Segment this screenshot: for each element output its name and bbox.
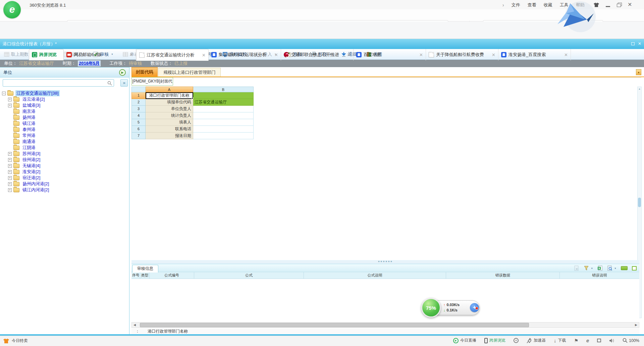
cell-b7[interactable]: [193, 133, 254, 139]
tree-item[interactable]: +镇江内河港[2]: [0, 187, 129, 193]
tree-item[interactable]: 镇江港: [0, 120, 129, 127]
cell-b4[interactable]: [193, 112, 254, 119]
cell-a2[interactable]: 填报单位代码: [146, 99, 193, 106]
col-formula-no[interactable]: 公式编号: [150, 272, 194, 279]
tree-item[interactable]: 南京港: [0, 108, 129, 114]
tab-container-rail-water[interactable]: 集装箱铁水联运现状分析 ✕: [209, 49, 281, 60]
tree-item[interactable]: 江阴港: [0, 145, 129, 151]
download-item[interactable]: ↓下载: [554, 338, 566, 343]
cell-a7[interactable]: 报送日期: [146, 133, 193, 139]
preview-icon[interactable]: [607, 265, 612, 271]
col-error-data[interactable]: 错误数据: [446, 272, 560, 279]
cell-b3[interactable]: [193, 106, 254, 112]
restore-icon[interactable]: [617, 4, 621, 7]
expand-box-icon[interactable]: +: [8, 176, 12, 180]
tree-item[interactable]: 南通港: [0, 139, 129, 145]
row-header[interactable]: 1: [131, 92, 146, 99]
tree-item[interactable]: +无锡港[4]: [0, 163, 129, 169]
menu-view[interactable]: 查看: [528, 2, 536, 8]
column-header-a[interactable]: A: [146, 87, 193, 92]
tree-item[interactable]: +徐州港[2]: [0, 157, 129, 163]
cell-b1[interactable]: [193, 92, 254, 99]
tree-item[interactable]: −江苏省交通运输厅[38]: [0, 90, 129, 96]
expand-box-icon[interactable]: +: [8, 170, 12, 174]
tab-close-icon[interactable]: ✕: [564, 52, 568, 57]
tree-item[interactable]: +扬州内河港[2]: [0, 181, 129, 187]
tree-item[interactable]: +淮安港[2]: [0, 169, 129, 175]
unit-search-input[interactable]: [3, 79, 114, 87]
flag-icon[interactable]: ⚑: [574, 338, 578, 343]
scroll-left-icon[interactable]: ◀: [132, 323, 138, 328]
tree-item[interactable]: +盐城港[3]: [0, 102, 129, 108]
chevron-right-icon[interactable]: ›: [502, 2, 504, 8]
export-excel-icon[interactable]: [597, 265, 603, 271]
audit-maximize-icon[interactable]: [632, 266, 637, 270]
audit-minimize-icon[interactable]: [621, 266, 628, 270]
column-header-b[interactable]: B: [193, 87, 254, 92]
col-error-desc[interactable]: 错误说明: [560, 272, 639, 279]
horizontal-scrollbar[interactable]: ◀ ▶: [131, 322, 639, 328]
cell-b5[interactable]: [193, 119, 254, 126]
tab-close-icon[interactable]: ✕: [419, 52, 423, 57]
dropdown-arrow-icon[interactable]: ▼: [591, 267, 593, 269]
row-header[interactable]: 5: [131, 119, 146, 126]
tab-scroll-icon[interactable]: ▲: [636, 69, 641, 75]
sheet-tab[interactable]: [PMDM_GKYB]封面代码: [131, 77, 173, 86]
window-mode-icon[interactable]: [597, 339, 601, 342]
clear-errors-icon[interactable]: [574, 265, 579, 271]
expand-box-icon[interactable]: +: [8, 152, 12, 156]
tree-item[interactable]: +连云港港[2]: [0, 96, 129, 102]
tab-cross-screen[interactable]: 跨屏浏览: [29, 49, 64, 60]
speed-ball[interactable]: 75%: [421, 298, 441, 317]
expand-box-icon[interactable]: +: [8, 104, 12, 107]
cell-b6[interactable]: [193, 126, 254, 133]
fill-handle[interactable]: [192, 97, 193, 99]
add-acceleration-icon[interactable]: +: [470, 303, 479, 312]
tab-netease-mail[interactable]: 网易邮箱6.0版 ✕: [64, 49, 136, 60]
period-link[interactable]: 2016年5月: [78, 60, 101, 66]
filter-icon[interactable]: [584, 265, 589, 271]
booster-item[interactable]: 加速器: [527, 338, 546, 343]
tree-item[interactable]: +宿迁港[2]: [0, 175, 129, 181]
expand-box-icon[interactable]: +: [8, 188, 12, 192]
dropdown-arrow-icon[interactable]: ▼: [614, 267, 616, 269]
tab-close-icon[interactable]: ✕: [274, 52, 278, 57]
grid-corner-cell[interactable]: [131, 87, 146, 92]
panel-splitter[interactable]: ●●●●●●: [131, 260, 639, 264]
minimize-icon[interactable]: [606, 6, 610, 7]
close-icon[interactable]: ✕: [628, 1, 632, 8]
browser-bird-mascot-icon[interactable]: [551, 0, 601, 35]
tab-pilotage-fee-doc[interactable]: 关于降低船舶引航费收费 ✕: [426, 49, 498, 60]
fetch-previous-button[interactable]: 取上期数: [4, 51, 29, 57]
scroll-up-icon[interactable]: ▲: [638, 88, 641, 90]
menu-file[interactable]: 文件: [512, 2, 520, 8]
expand-panel-button[interactable]: »: [120, 79, 128, 87]
tab-jiangsu-transport-stats[interactable]: 江苏省交通运输统计分析 ✕: [136, 49, 209, 61]
row-header[interactable]: 4: [131, 112, 146, 119]
panel-collapse-icon[interactable]: ▶: [119, 69, 126, 76]
cell-b2[interactable]: 江苏省交通运输厅: [193, 99, 254, 106]
search-icon[interactable]: [107, 81, 112, 86]
tab-close-icon[interactable]: ✕: [129, 52, 133, 57]
expand-box-icon[interactable]: +: [8, 164, 12, 168]
cross-screen-item[interactable]: 跨屏浏览: [484, 338, 505, 343]
cell-a3[interactable]: 单位负责人: [146, 106, 193, 112]
scrollbar-thumb[interactable]: [638, 198, 641, 207]
tab-close-icon[interactable]: ✕: [492, 52, 495, 57]
expand-box-icon[interactable]: +: [8, 98, 12, 101]
report-close-icon[interactable]: ✕: [638, 42, 641, 46]
scroll-right-icon[interactable]: ▶: [633, 323, 639, 328]
col-formula[interactable]: 公式: [194, 272, 304, 279]
cell-a4[interactable]: 统计负责人: [146, 112, 193, 119]
tree-item[interactable]: 扬州港: [0, 114, 129, 120]
scrollbar-thumb[interactable]: [140, 323, 529, 327]
tab-huaian-baidu-search[interactable]: 淮安扬港_百度搜索 ✕: [498, 49, 571, 60]
row-header[interactable]: 2: [131, 99, 146, 106]
tab-ministry-meeting[interactable]: 交通部联合铁总召开推进 ✕: [281, 49, 354, 60]
tree-item[interactable]: 常州港: [0, 133, 129, 139]
ie-mode-icon[interactable]: e: [586, 338, 589, 343]
row-header[interactable]: 7: [131, 133, 146, 139]
cell-a1-selected[interactable]: 港口行政管理部门名称: [146, 92, 193, 99]
live-today-item[interactable]: ▶今日直播: [453, 338, 476, 343]
tab-close-icon[interactable]: ✕: [202, 53, 206, 58]
